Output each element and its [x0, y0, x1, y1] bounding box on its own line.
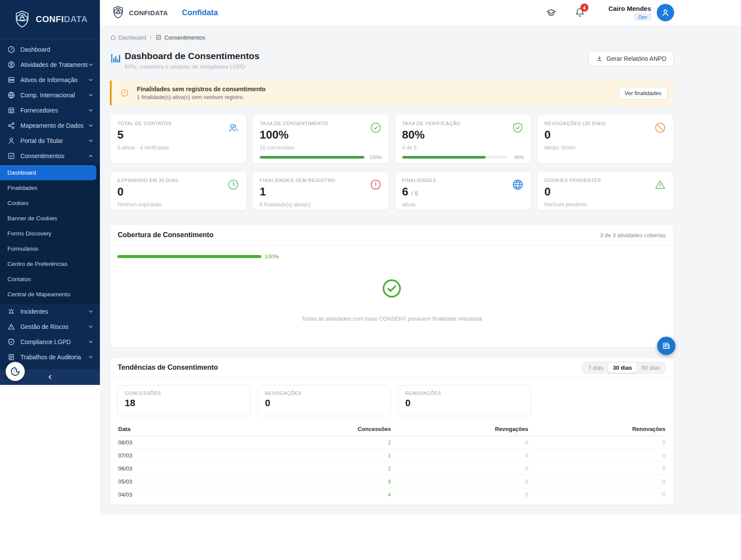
submenu-item-formularios[interactable]: Formulários [0, 241, 100, 256]
sidebar-item-comp-internacional[interactable]: Comp. Internacional [0, 87, 100, 103]
user-role-badge: Dpo [635, 13, 651, 20]
sidebar-item-fornecedores[interactable]: Fornecedores [0, 103, 100, 118]
coverage-message: Todas as atividades com base CONSENT pos… [117, 315, 666, 322]
submenu-item-banner-cookies[interactable]: Banner de Cookies [0, 211, 100, 226]
sidebar-item-gestao-riscos[interactable]: Gestão de Riscos [0, 319, 100, 334]
sidebar-item-compliance-lgpd[interactable]: Compliance LGPD [0, 334, 100, 349]
sidebar-item-ativos[interactable]: Ativos de Informação [0, 72, 100, 87]
alert-circle-icon [120, 89, 129, 97]
warning-banner: Finalidades sem registros de consentimen… [110, 80, 674, 106]
submenu-item-contatos[interactable]: Contatos [0, 272, 100, 287]
user-name: Cairo Mendes [609, 5, 651, 12]
kpi-card-taxa-verificacao: TAXA DE VERIFICAÇÃO 80% 4 de 5 80% [395, 114, 532, 164]
coverage-header: Cobertura de Consentimento 3 de 3 ativid… [110, 225, 673, 245]
learning-button[interactable] [546, 7, 556, 18]
notification-badge: 4 [580, 3, 589, 12]
chevron-down-icon [88, 62, 94, 68]
breadcrumb-separator: / [150, 34, 152, 41]
sidebar-item-consentimentos[interactable]: Consentimentos [0, 148, 100, 163]
app-title: Confidata [182, 8, 218, 17]
cookie-icon [10, 366, 20, 377]
chevron-down-icon [88, 339, 94, 345]
trends-period-tabs: 7 dias 30 dias 90 dias [582, 361, 666, 374]
alert-triangle-icon [7, 323, 15, 331]
submenu-item-central-mapeamento[interactable]: Central de Mapeamento [0, 287, 100, 302]
tab-30-dias[interactable]: 30 dias [608, 363, 637, 373]
tab-7-dias[interactable]: 7 dias [583, 363, 608, 373]
table-row: 05/03 9 0 0 [117, 475, 666, 488]
chevron-down-icon [88, 123, 94, 129]
table-row: 04/03 4 0 0 [117, 488, 666, 501]
page-title: Dashboard de Consentimentos [125, 51, 259, 61]
sidebar-wordmark: CONFIDATA [36, 14, 87, 24]
breadcrumb-home[interactable]: Dashboard [119, 34, 146, 41]
siren-icon [7, 308, 15, 315]
user-icon [7, 137, 15, 145]
page-subtitle: KPIs, cobertura e relatório de complianc… [125, 63, 259, 70]
coverage-progress-label: 100% [265, 253, 279, 260]
trends-table: Data Concessões Revogações Renovações 08… [117, 424, 666, 501]
cookie-settings-button[interactable] [6, 362, 25, 381]
coverage-body: 100% Todas as atividades com base CONSEN… [110, 245, 673, 322]
coverage-progress: 100% [117, 253, 666, 260]
globe-icon [7, 91, 15, 99]
sidebar-item-dashboard[interactable]: Dashboard [0, 42, 100, 57]
check-square-icon [7, 152, 15, 160]
home-icon [110, 34, 116, 41]
kpi-row-2: EXPIRANDO EM 30 DIAS 0 Nenhum expirando … [110, 171, 674, 210]
report-fab-button[interactable] [657, 337, 675, 355]
warning-title: Finalidades sem registros de consentimen… [137, 86, 265, 93]
kpi-card-taxa-consentimento: TAXA DE CONSENTIMENTO 100% 18 concessões… [252, 114, 389, 164]
kpi-card-finalidades-sem-registro: FINALIDADES SEM REGISTRO 1 6 finalidade(… [252, 171, 389, 210]
sidebar-item-portal-titular[interactable]: Portal do Titular [0, 133, 100, 148]
submenu-item-centro-preferencias[interactable]: Centro de Preferências [0, 256, 100, 272]
chevron-down-icon [88, 92, 94, 98]
consent-rate-progress: 100% [260, 155, 382, 160]
topbar-wordmark: CONFIDATA [129, 9, 168, 17]
sidebar-item-incidentes[interactable]: Incidentes [0, 304, 100, 319]
user-badge-icon [7, 61, 15, 69]
shield-check-icon [512, 122, 524, 134]
main-area: CONFIDATA Confidata 4 Cairo Mendes Dpo D… [100, 0, 741, 515]
sidebar-logo: CONFIDATA [0, 0, 100, 39]
tab-90-dias[interactable]: 90 dias [637, 363, 665, 373]
table-row: 08/03 2 0 0 [117, 436, 666, 449]
check-square-icon [155, 34, 162, 40]
breadcrumb: Dashboard / Consentimentos [110, 31, 674, 44]
stat-revogacoes: REVOGAÇÕES 0 [258, 385, 391, 416]
sidebar-item-atividades[interactable]: Atividades de Tratamento [0, 57, 100, 72]
generate-anpd-report-button[interactable]: Gerar Relatório ANPD [589, 51, 674, 66]
submenu-item-finalidades[interactable]: Finalidades [0, 180, 100, 196]
topbar-brand[interactable]: CONFIDATA Confidata [111, 5, 218, 20]
globe-icon [512, 179, 524, 191]
avatar[interactable] [657, 4, 674, 21]
submenu-item-forms-discovery[interactable]: Forms Discovery [0, 226, 100, 241]
kpi-card-finalidades: FINALIDADES 6 / 6 ativas [395, 171, 532, 210]
stat-renovacoes: RENOVAÇÕES 0 [398, 385, 531, 416]
chevron-left-icon [46, 374, 53, 381]
chevron-down-icon [88, 77, 94, 83]
table-row: 06/03 2 0 0 [117, 462, 666, 475]
user-icon [661, 8, 670, 17]
alert-circle-icon [370, 179, 382, 191]
content-area: Dashboard / Consentimentos Dashboard de … [100, 25, 741, 515]
submenu-item-dashboard[interactable]: Dashboard [0, 165, 96, 180]
check-circle-icon [117, 278, 666, 299]
verification-rate-progress: 80% [402, 155, 524, 160]
kpi-card-cookies-pendentes: COOKIES PENDENTES 0 Nenhum pendente [537, 171, 674, 210]
sidebar-item-mapeamento[interactable]: Mapeamento de Dados [0, 118, 100, 133]
trends-stats: CONCESSÕES 18 REVOGAÇÕES 0 RENOVAÇÕES 0 [110, 378, 673, 416]
trends-panel: Tendências de Consentimento 7 dias 30 di… [110, 357, 674, 505]
news-document-icon [662, 341, 671, 350]
topbar: CONFIDATA Confidata 4 Cairo Mendes Dpo [100, 0, 741, 25]
view-purposes-button[interactable]: Ver finalidades [619, 87, 668, 99]
file-text-icon [7, 353, 15, 361]
submenu-item-cookies[interactable]: Cookies [0, 196, 100, 211]
kpi-card-expirando: EXPIRANDO EM 30 DIAS 0 Nenhum expirando [110, 171, 247, 210]
coverage-meta: 3 de 3 atividades cobertas [600, 232, 666, 239]
notifications-button[interactable]: 4 [575, 7, 585, 18]
kpi-card-total-contatos: TOTAL DE CONTATOS 5 5 ativos · 4 verific… [110, 114, 247, 164]
clock-icon [227, 179, 239, 191]
user-block[interactable]: Cairo Mendes Dpo [609, 5, 651, 20]
bar-chart-icon [110, 53, 121, 64]
